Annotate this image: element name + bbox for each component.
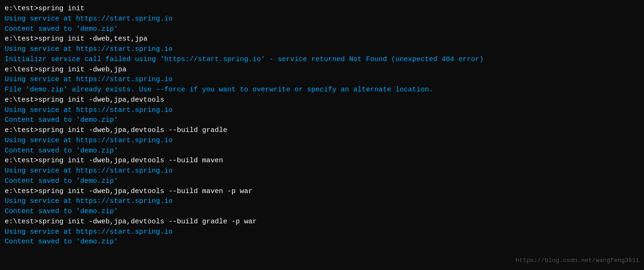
terminal-line: Using service at https://start.spring.io bbox=[5, 14, 639, 24]
terminal-line: e:\test>spring init -dweb,jpa,devtools bbox=[5, 95, 639, 105]
terminal-output: e:\test>spring initUsing service at http… bbox=[5, 4, 639, 247]
terminal-line: Using service at https://start.spring.io bbox=[5, 136, 639, 146]
terminal-line: Using service at https://start.spring.io bbox=[5, 227, 639, 237]
terminal-line: Content saved to 'demo.zip' bbox=[5, 146, 639, 156]
terminal-line: e:\test>spring init -dweb,jpa,devtools -… bbox=[5, 156, 639, 166]
watermark: https://blog.csdn.net/wangfeng3611 bbox=[516, 256, 639, 265]
terminal-line: e:\test>spring init -dweb,jpa,devtools -… bbox=[5, 187, 639, 197]
terminal-line: Initializr service call failed using 'ht… bbox=[5, 55, 639, 65]
terminal-line: Using service at https://start.spring.io bbox=[5, 166, 639, 176]
terminal-line: e:\test>spring init -dweb,jpa bbox=[5, 65, 639, 75]
terminal-line: Using service at https://start.spring.io bbox=[5, 105, 639, 116]
terminal-line: Content saved to 'demo.zip' bbox=[5, 207, 639, 217]
terminal-line: e:\test>spring init -dweb,test,jpa bbox=[5, 34, 639, 44]
terminal-window: e:\test>spring initUsing service at http… bbox=[0, 0, 644, 270]
terminal-line: e:\test>spring init bbox=[5, 4, 639, 14]
terminal-line: Using service at https://start.spring.io bbox=[5, 75, 639, 85]
terminal-line: File 'demo.zip' already exists. Use --fo… bbox=[5, 85, 639, 95]
terminal-line: Using service at https://start.spring.io bbox=[5, 196, 639, 207]
terminal-line: e:\test>spring init -dweb,jpa,devtools -… bbox=[5, 217, 639, 227]
terminal-line: Content saved to 'demo.zip' bbox=[5, 237, 639, 247]
terminal-line: e:\test>spring init -dweb,jpa,devtools -… bbox=[5, 125, 639, 136]
terminal-line: Content saved to 'demo.zip' bbox=[5, 115, 639, 125]
terminal-line: Using service at https://start.spring.io bbox=[5, 44, 639, 55]
terminal-line: Content saved to 'demo.zip' bbox=[5, 24, 639, 35]
terminal-line: Content saved to 'demo.zip' bbox=[5, 176, 639, 187]
